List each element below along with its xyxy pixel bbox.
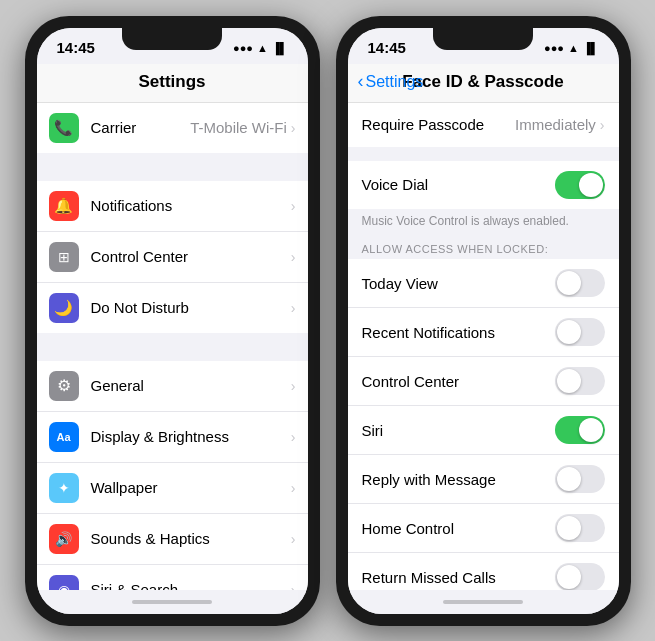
voice-dial-label: Voice Dial	[362, 176, 555, 193]
control-center-chevron: ›	[291, 249, 296, 265]
left-time: 14:45	[57, 39, 95, 56]
phones-container: 14:45 ●●● ▲ ▐▌ Settings 📞	[15, 6, 641, 636]
require-passcode-chevron: ›	[600, 117, 605, 133]
locked-items-section: Today View Recent Notifications Control …	[348, 259, 619, 589]
home-indicator-right	[443, 600, 523, 604]
today-view-toggle[interactable]	[555, 269, 605, 297]
right-nav-title: Face ID & Passcode	[402, 72, 564, 92]
require-passcode-value: Immediately	[515, 116, 596, 133]
control-center-locked-knob	[557, 369, 581, 393]
left-phone: 14:45 ●●● ▲ ▐▌ Settings 📞	[25, 16, 320, 626]
siri-chevron: ›	[291, 582, 296, 590]
row-general[interactable]: ⚙ General ›	[37, 361, 308, 412]
do-not-disturb-icon: 🌙	[49, 293, 79, 323]
require-passcode-section: Require Passcode Immediately ›	[348, 103, 619, 147]
siri-label: Siri & Search	[91, 581, 291, 590]
reply-message-label: Reply with Message	[362, 471, 555, 488]
return-missed-toggle[interactable]	[555, 563, 605, 589]
back-label: Settings	[366, 73, 424, 91]
home-control-knob	[557, 516, 581, 540]
signal-icon: ●●●	[233, 42, 253, 54]
general-chevron: ›	[291, 378, 296, 394]
notifications-icon: 🔔	[49, 191, 79, 221]
voice-dial-footer: Music Voice Control is always enabled.	[348, 209, 619, 238]
right-status-icons: ●●● ▲ ▐▌	[544, 42, 598, 54]
return-missed-knob	[557, 565, 581, 589]
allow-locked-header: ALLOW ACCESS WHEN LOCKED:	[348, 237, 619, 259]
notifications-chevron: ›	[291, 198, 296, 214]
sounds-label: Sounds & Haptics	[91, 530, 291, 547]
row-display-brightness[interactable]: Aa Display & Brightness ›	[37, 412, 308, 463]
do-not-disturb-label: Do Not Disturb	[91, 299, 291, 316]
row-home-control[interactable]: Home Control	[348, 504, 619, 553]
left-notch	[122, 28, 222, 50]
reply-message-toggle[interactable]	[555, 465, 605, 493]
back-button[interactable]: ‹ Settings	[358, 71, 424, 92]
right-battery-icon: ▐▌	[583, 42, 599, 54]
row-require-passcode[interactable]: Require Passcode Immediately ›	[348, 103, 619, 147]
voice-dial-toggle[interactable]	[555, 171, 605, 199]
control-center-locked-toggle[interactable]	[555, 367, 605, 395]
carrier-chevron: ›	[291, 120, 296, 136]
left-nav-bar: Settings	[37, 64, 308, 103]
gap-2	[37, 333, 308, 361]
settings-section-2: 🔔 Notifications › ⊞ Control Center ›	[37, 181, 308, 333]
row-control-center[interactable]: ⊞ Control Center ›	[37, 232, 308, 283]
row-recent-notifications[interactable]: Recent Notifications	[348, 308, 619, 357]
row-voice-dial[interactable]: Voice Dial	[348, 161, 619, 209]
recent-notifications-toggle[interactable]	[555, 318, 605, 346]
wallpaper-chevron: ›	[291, 480, 296, 496]
right-time: 14:45	[368, 39, 406, 56]
voice-dial-knob	[579, 173, 603, 197]
display-chevron: ›	[291, 429, 296, 445]
right-screen: 14:45 ●●● ▲ ▐▌ ‹ Settings Face ID & Pass…	[348, 28, 619, 614]
siri-locked-toggle[interactable]	[555, 416, 605, 444]
right-nav-bar: ‹ Settings Face ID & Passcode	[348, 64, 619, 103]
settings-section-3: ⚙ General › Aa Display & Brightness ›	[37, 361, 308, 590]
row-sounds-haptics[interactable]: 🔊 Sounds & Haptics ›	[37, 514, 308, 565]
home-control-toggle[interactable]	[555, 514, 605, 542]
settings-section-carrier: 📞 Carrier T-Mobile Wi-Fi ›	[37, 103, 308, 153]
control-center-icon: ⊞	[49, 242, 79, 272]
display-label: Display & Brightness	[91, 428, 291, 445]
carrier-icon: 📞	[49, 113, 79, 143]
carrier-label: Carrier	[91, 119, 191, 136]
do-not-disturb-chevron: ›	[291, 300, 296, 316]
wifi-icon: ▲	[257, 42, 268, 54]
left-status-icons: ●●● ▲ ▐▌	[233, 42, 287, 54]
row-carrier[interactable]: 📞 Carrier T-Mobile Wi-Fi ›	[37, 103, 308, 153]
right-signal-icon: ●●●	[544, 42, 564, 54]
recent-notifications-knob	[557, 320, 581, 344]
row-siri-search[interactable]: ◉ Siri & Search ›	[37, 565, 308, 590]
require-passcode-label: Require Passcode	[362, 116, 515, 133]
row-control-center-locked[interactable]: Control Center	[348, 357, 619, 406]
today-view-knob	[557, 271, 581, 295]
control-center-label: Control Center	[91, 248, 291, 265]
row-wallpaper[interactable]: ✦ Wallpaper ›	[37, 463, 308, 514]
wallpaper-icon: ✦	[49, 473, 79, 503]
siri-locked-label: Siri	[362, 422, 555, 439]
sounds-icon: 🔊	[49, 524, 79, 554]
right-scroll[interactable]: Require Passcode Immediately › Voice Dia…	[348, 103, 619, 590]
row-do-not-disturb[interactable]: 🌙 Do Not Disturb ›	[37, 283, 308, 333]
carrier-value: T-Mobile Wi-Fi	[190, 119, 287, 136]
home-control-label: Home Control	[362, 520, 555, 537]
home-indicator	[132, 600, 212, 604]
row-today-view[interactable]: Today View	[348, 259, 619, 308]
left-scroll[interactable]: 📞 Carrier T-Mobile Wi-Fi › 🔔	[37, 103, 308, 590]
back-chevron-icon: ‹	[358, 71, 364, 92]
today-view-label: Today View	[362, 275, 555, 292]
right-notch	[433, 28, 533, 50]
left-nav-title: Settings	[138, 72, 205, 92]
row-notifications[interactable]: 🔔 Notifications ›	[37, 181, 308, 232]
gap-1	[37, 153, 308, 181]
wallpaper-label: Wallpaper	[91, 479, 291, 496]
row-return-missed[interactable]: Return Missed Calls	[348, 553, 619, 589]
row-reply-message[interactable]: Reply with Message	[348, 455, 619, 504]
gap-rp	[348, 147, 619, 161]
return-missed-label: Return Missed Calls	[362, 569, 555, 586]
siri-icon: ◉	[49, 575, 79, 590]
row-siri-locked[interactable]: Siri	[348, 406, 619, 455]
battery-icon: ▐▌	[272, 42, 288, 54]
siri-locked-knob	[579, 418, 603, 442]
